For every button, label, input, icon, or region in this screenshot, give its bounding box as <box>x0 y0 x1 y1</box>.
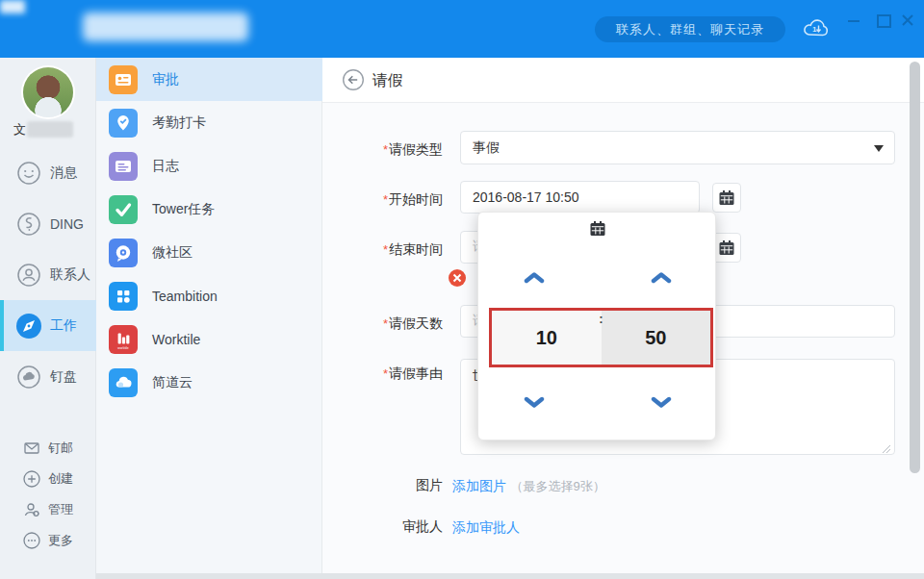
community-icon <box>109 239 138 267</box>
svg-text:1: 1 <box>812 25 817 34</box>
sidebar-item-contacts[interactable]: 联系人 <box>0 249 96 300</box>
approver-label: 审批人 <box>327 518 443 536</box>
leave-type-label: *请假类型 <box>327 141 443 159</box>
sidebar: 文 消息 DING 联系人 <box>0 58 96 579</box>
end-time-label: *结束时间 <box>327 241 443 259</box>
sidebar-item-mail[interactable]: 钉邮 <box>0 434 96 463</box>
app-item-journal[interactable]: 日志 <box>96 144 322 188</box>
resize-handle-icon[interactable] <box>882 441 891 451</box>
close-button[interactable] <box>899 12 916 29</box>
leave-reason-label: *请假事由 <box>327 365 443 383</box>
sidebar-item-work[interactable]: 工作 <box>0 300 96 351</box>
window-bottom-edge <box>96 573 924 579</box>
minute-decrement-icon[interactable] <box>651 395 672 408</box>
start-time-value: 2016-08-17 10:50 <box>473 189 579 205</box>
page-header: 请假 <box>322 58 924 103</box>
add-image-link[interactable]: 添加图片 <box>452 478 506 493</box>
image-row: 添加图片 （最多选择9张） <box>452 477 605 495</box>
sidebar-item-create[interactable]: 创建 <box>0 465 96 493</box>
plus-circle-icon <box>22 469 41 489</box>
app-item-teambition[interactable]: Teambition <box>96 274 322 317</box>
sidebar-item-ding[interactable]: DING <box>0 198 96 249</box>
page-title: 请假 <box>372 71 403 91</box>
teambition-icon <box>109 282 138 311</box>
contact-person-icon <box>14 261 43 290</box>
svg-text:worktile: worktile <box>117 345 129 349</box>
end-time-calendar-button[interactable] <box>712 233 741 263</box>
cloud-sync-icon[interactable]: 1 <box>801 15 832 46</box>
approver-row: 添加审批人 <box>452 518 520 537</box>
sidebar-item-more[interactable]: 更多 <box>0 526 96 555</box>
more-ellipsis-icon <box>22 531 41 550</box>
cloud-drive-icon <box>14 363 43 391</box>
admin-person-gear-icon <box>22 500 41 519</box>
hour-decrement-icon[interactable] <box>524 395 545 408</box>
app-item-worktile[interactable]: worktile Worktile <box>96 317 322 361</box>
hour-cell[interactable]: 10 <box>492 311 602 365</box>
time-selection-highlight: 10 50 : <box>489 308 713 367</box>
tower-check-icon <box>109 195 138 224</box>
start-time-calendar-button[interactable] <box>712 183 741 213</box>
leave-type-select[interactable]: 事假 <box>460 131 895 164</box>
maximize-button[interactable] <box>874 12 891 29</box>
mail-envelope-icon <box>22 439 41 458</box>
start-time-label: *开始时间 <box>327 191 443 209</box>
time-colon: : <box>599 312 603 326</box>
back-icon[interactable] <box>342 68 365 91</box>
image-hint: （最多选择9张） <box>510 479 604 493</box>
user-name: 文 <box>13 121 90 138</box>
approval-icon <box>109 65 138 94</box>
start-time-input[interactable]: 2016-08-17 10:50 <box>460 181 700 214</box>
add-approver-link[interactable]: 添加审批人 <box>452 519 520 535</box>
minimize-button[interactable] <box>845 12 862 29</box>
leave-type-value: 事假 <box>473 139 500 157</box>
message-smiley-icon <box>14 159 43 188</box>
minute-increment-icon[interactable] <box>651 270 672 283</box>
user-name-blur <box>27 121 73 138</box>
time-picker-popup: 10 50 : <box>477 212 716 441</box>
jiandaoyun-cloud-icon <box>109 368 138 397</box>
worktile-icon: worktile <box>109 325 138 354</box>
app-item-attendance[interactable]: 考勤打卡 <box>96 101 322 144</box>
search-input[interactable]: 联系人、群组、聊天记录 <box>595 16 785 42</box>
journal-icon <box>109 152 138 181</box>
app-item-approval[interactable]: 审批 <box>96 58 322 101</box>
app-item-community[interactable]: 微社区 <box>96 231 322 274</box>
hour-increment-icon[interactable] <box>524 270 545 283</box>
logo-corner-blur <box>0 0 25 13</box>
user-avatar[interactable] <box>23 67 73 117</box>
attendance-pin-icon <box>109 109 138 138</box>
sidebar-item-messages[interactable]: 消息 <box>0 147 96 198</box>
titlebar: 联系人、群组、聊天记录 1 <box>0 0 924 58</box>
image-label: 图片 <box>327 477 443 494</box>
app-item-tower[interactable]: Tower任务 <box>96 188 322 231</box>
app-logo-blurred <box>83 13 248 41</box>
leave-days-label: *请假天数 <box>327 315 443 333</box>
sidebar-item-drive[interactable]: 钉盘 <box>0 351 96 402</box>
app-list: 审批 考勤打卡 日志 Tower任务 <box>96 58 322 579</box>
ding-icon <box>14 210 43 239</box>
scrollbar-thumb[interactable] <box>910 62 920 473</box>
app-item-jiandaoyun[interactable]: 简道云 <box>96 361 322 404</box>
sidebar-item-admin[interactable]: 管理 <box>0 495 96 524</box>
work-compass-icon <box>14 312 43 340</box>
error-icon <box>449 269 466 287</box>
dropdown-caret-icon <box>874 145 884 152</box>
calendar-icon[interactable] <box>589 220 606 241</box>
minute-cell[interactable]: 50 <box>602 311 711 365</box>
